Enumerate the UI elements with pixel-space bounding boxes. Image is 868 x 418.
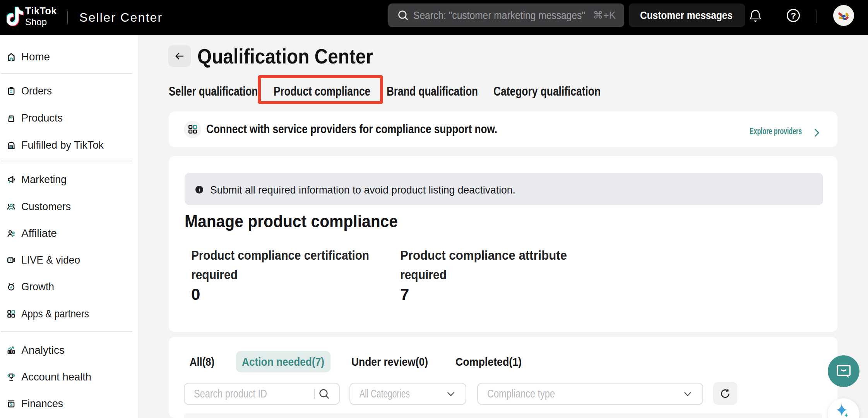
svg-text:?: ? — [791, 11, 796, 21]
svg-text:$: $ — [10, 402, 13, 407]
